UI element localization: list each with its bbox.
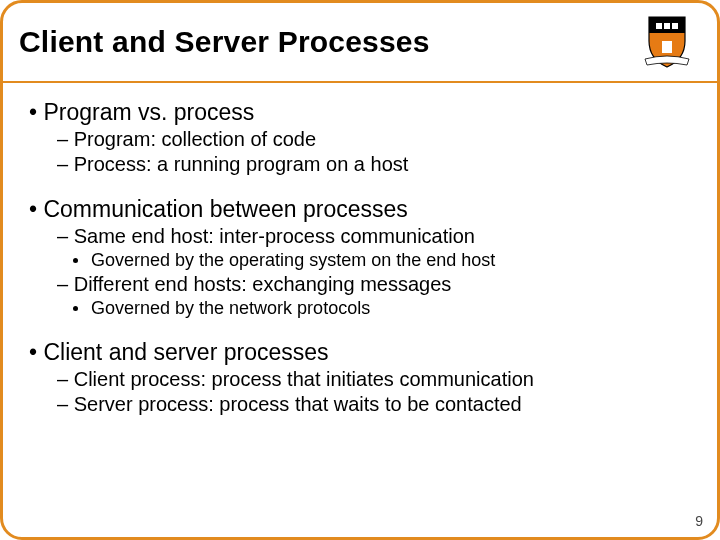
- subbullet-process-def: Process: a running program on a host: [57, 153, 691, 176]
- subbullet-same-host: Same end host: inter-process communicati…: [57, 225, 691, 248]
- subbullet-server-def: Server process: process that waits to be…: [57, 393, 691, 416]
- subbullet-program-def: Program: collection of code: [57, 128, 691, 151]
- subbullet-diff-hosts: Different end hosts: exchanging messages: [57, 273, 691, 296]
- page-number: 9: [695, 513, 703, 529]
- princeton-shield-icon: [637, 11, 697, 71]
- bullet-communication: Communication between processes: [29, 196, 691, 223]
- slide-frame: Client and Server Processes Program vs. …: [0, 0, 720, 540]
- bullet-program-vs-process: Program vs. process: [29, 99, 691, 126]
- subsubbullet-os-governed: Governed by the operating system on the …: [91, 250, 691, 271]
- subsubbullet-network-governed: Governed by the network protocols: [91, 298, 691, 319]
- subbullet-client-def: Client process: process that initiates c…: [57, 368, 691, 391]
- title-bar: Client and Server Processes: [3, 3, 717, 83]
- svg-rect-0: [662, 41, 672, 53]
- slide-body: Program vs. process Program: collection …: [3, 83, 717, 416]
- slide-title: Client and Server Processes: [19, 25, 430, 59]
- bullet-client-server: Client and server processes: [29, 339, 691, 366]
